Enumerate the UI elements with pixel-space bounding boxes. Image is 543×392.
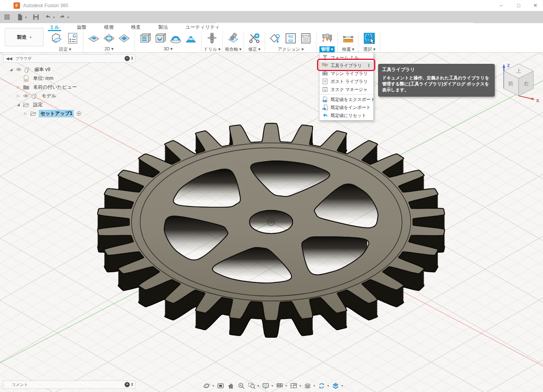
zoom-button[interactable] [238,382,245,390]
ribbon-tab-2[interactable]: 旋盤 [75,23,88,31]
menu-item[interactable]: マシン ライブラリ [319,69,373,77]
visual-style-button[interactable]: ▾ [332,382,343,390]
browser-row[interactable]: ▷モデル [9,91,135,100]
browser-row-label[interactable]: モデル [40,92,58,100]
menu-item[interactable]: Gポスト ライブラリ [319,77,373,85]
multiaxis-button[interactable] [227,32,240,46]
chevron-down-icon[interactable]: ▾ [53,16,55,19]
postprocess-button[interactable] [269,32,282,46]
eye-icon[interactable] [23,93,29,99]
browser-row[interactable]: ▷名前の付いたビュー [9,83,135,91]
ribbon-tab-1[interactable]: ミル [48,23,61,31]
panel-drag-handle[interactable]: ‖ [131,56,133,61]
apps-grid-button[interactable] [3,13,11,22]
menu-item[interactable]: %タスク マネージャ [319,85,373,93]
contour2d-button[interactable] [103,32,115,46]
chevron-down-icon: ▾ [30,36,31,39]
expander-open-icon[interactable]: ◢ [9,67,14,71]
browser-row[interactable]: ◢歯車 v9 [9,65,135,74]
ribbon-tab-5[interactable]: 製法 [157,23,170,31]
toollibrary-button[interactable] [321,32,333,46]
browser-row-label[interactable]: 歯車 v9 [33,66,52,73]
measure-button[interactable] [342,32,355,46]
parallel-button[interactable] [169,32,182,46]
spiral-button[interactable] [184,32,197,46]
chevron-down-icon[interactable]: ▾ [341,384,343,388]
chevron-down-icon[interactable]: ▾ [285,384,287,388]
chevron-down-icon[interactable]: ▾ [313,384,315,388]
modify-button[interactable] [248,32,261,46]
chevron-down-icon[interactable]: ▾ [212,384,214,388]
chevron-down-icon[interactable]: ▾ [67,16,69,19]
browser-row[interactable]: ◢設定 [9,100,135,109]
pan-button[interactable] [227,382,235,390]
browser-row-label[interactable]: 設定 [32,101,44,109]
menu-item[interactable]: 既定値にリセット [319,111,373,119]
viewcube-top-label: 上 [516,68,521,74]
browser-header[interactable]: ◀◀ ブラウザ − ‖ [3,54,135,63]
comment-header[interactable]: コメント + ‖ [3,380,135,389]
menu-item[interactable]: 既定値をエクスポート [319,95,373,103]
browser-row-label[interactable]: セットアップ1 [39,110,74,117]
more-options-icon[interactable]: ⋮ [367,63,371,68]
workspace-selector[interactable]: 製造 ▾ [5,28,44,46]
save-button[interactable] [32,13,40,22]
grid-snaps-button[interactable]: ▾ [276,382,287,390]
chevron-down-icon[interactable]: ▾ [299,384,301,388]
ribbon-tab-4[interactable]: 検査 [130,23,143,31]
file-new-button[interactable]: ▾ [16,13,27,22]
setup-button[interactable] [51,32,64,46]
maximize-button[interactable]: □ [513,2,525,10]
sections-button[interactable]: ▾ [304,382,315,390]
select-button[interactable] [363,32,376,46]
view-cube[interactable]: Z 上 前 右 X [497,59,543,104]
component-icon [31,93,38,99]
menu-item[interactable]: 工具ライブラリ⋮ [319,61,373,69]
panel-drag-handle[interactable]: ‖ [131,382,133,387]
look-at-button[interactable] [217,382,224,390]
undo-button[interactable]: ▾ [44,13,55,22]
viewports-button[interactable]: ▾ [290,382,301,390]
expander-open-icon[interactable]: ◢ [16,103,21,107]
adaptive-button[interactable] [139,32,152,46]
menu-item[interactable]: 既定値をインポート [319,103,373,111]
drill-button[interactable] [206,32,218,46]
minimize-button[interactable]: – [495,2,507,10]
g1g2-button[interactable]: G1G2 [284,32,297,46]
expander-closed-icon[interactable]: ▷ [16,94,21,98]
eye-icon[interactable] [16,66,22,73]
pocket2d-button[interactable] [87,32,100,46]
chevron-down-icon[interactable]: ▾ [272,384,273,388]
group-dropdown-label[interactable]: 2D ▾ [103,46,115,53]
menu-item[interactable]: フォーム ミル [319,53,373,61]
chevron-down-icon[interactable]: ▾ [258,384,259,388]
svg-text:G1: G1 [288,34,293,38]
zoom-window-button[interactable]: ▾ [248,382,259,390]
ribbon-tab-3[interactable]: 積層 [103,23,115,31]
browser-row[interactable]: 単位: mm [9,74,135,83]
redo-button[interactable]: ▾ [58,13,69,22]
menu-item-label: 既定値をインポート [331,105,371,111]
menu-item-label: 既定値をエクスポート [331,97,375,103]
browser-row[interactable]: ▷セットアップ1 [9,109,135,118]
refresh-button[interactable]: ▾ [318,382,329,390]
face2d-button[interactable] [118,32,131,46]
chevron-down-icon[interactable]: ▾ [327,384,329,388]
setupsheet-button[interactable] [299,32,312,46]
display-settings-button[interactable]: ▾ [262,382,273,390]
panel-minimize-icon[interactable]: − [125,56,130,61]
close-button[interactable]: ✕ [529,2,541,10]
collapse-panel-icon[interactable]: ◀◀ [6,56,12,61]
browser-row-label[interactable]: 名前の付いたビュー [32,83,78,91]
gcode-button[interactable]: G [66,32,79,46]
orbit-button[interactable]: ▾ [203,382,214,390]
browser-row-label[interactable]: 単位: mm [32,75,55,82]
group-dropdown-label[interactable]: 3D ▾ [162,46,174,53]
expander-closed-icon[interactable]: ▷ [16,85,21,89]
panel-expand-icon[interactable]: + [125,382,130,387]
ribbon-tab-6[interactable]: ユーティリティ [184,23,222,31]
expander-closed-icon[interactable]: ▷ [23,111,28,115]
pocket3d-button[interactable] [154,32,167,46]
menu-item-label: 既定値にリセット [331,113,366,119]
chevron-down-icon[interactable]: ▾ [25,16,27,19]
